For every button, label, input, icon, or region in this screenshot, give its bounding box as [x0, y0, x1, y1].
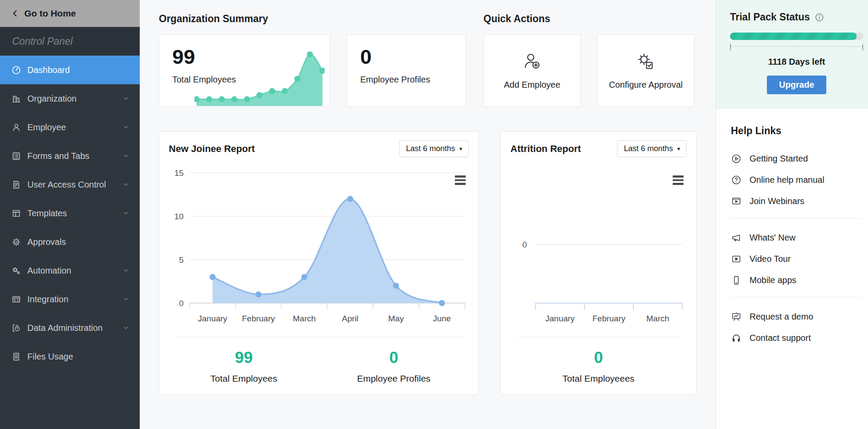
automation-gears-icon — [11, 266, 21, 275]
sidebar-item-label: User Access Control — [27, 180, 122, 190]
add-employee-button[interactable]: Add Employee — [483, 34, 581, 107]
trial-progress-bar — [730, 33, 863, 40]
new-joinee-chart-menu-icon[interactable] — [454, 174, 467, 186]
video-play-icon — [731, 254, 741, 264]
chevron-down-icon — [122, 124, 129, 131]
days-left-text: 1118 Days left — [730, 57, 863, 67]
sidebar-item-label: Forms and Tabs — [27, 151, 122, 161]
sidebar-item-approvals[interactable]: Approvals — [0, 228, 140, 256]
sidebar-item-data-administration[interactable]: Data Administration — [0, 314, 140, 342]
svg-text:0: 0 — [179, 299, 184, 308]
sidebar-item-dashboard[interactable]: Dashboard — [0, 56, 140, 84]
sidebar-item-label: Automation — [27, 266, 122, 276]
stat-label: Employee Profiles — [319, 373, 469, 384]
sidebar-item-label: Templates — [27, 208, 122, 218]
chevron-down-icon — [122, 267, 129, 274]
help-link-contact-support[interactable]: Contact support — [727, 327, 864, 349]
play-circle-icon — [731, 154, 741, 164]
webinar-window-icon — [731, 196, 741, 206]
total-employees-card[interactable]: 99 Total Employees — [159, 34, 330, 107]
svg-text:March: March — [646, 314, 669, 323]
trial-progress-fill — [730, 33, 857, 40]
employee-profiles-card[interactable]: 0 Employee Profiles — [347, 34, 466, 107]
sidebar-item-label: Dashboard — [27, 65, 129, 75]
go-to-home-button[interactable]: Go to Home — [0, 0, 140, 27]
attrition-chart-menu-icon[interactable] — [671, 174, 685, 186]
integration-code-window-icon — [11, 294, 21, 304]
help-link-video-tour[interactable]: Video Tour — [727, 248, 864, 270]
sidebar-nav: Dashboard Organization Employee Forms an… — [0, 56, 140, 371]
help-link-whats-new[interactable]: Whats' New — [727, 227, 864, 248]
headset-icon — [731, 333, 741, 343]
approvals-gear-check-icon — [11, 237, 21, 247]
configure-approval-button[interactable]: Configure Approval — [597, 34, 694, 107]
sidebar-item-label: Files Usage — [27, 352, 129, 362]
trial-pack-status-section: Trial Pack Status 1118 Days left Upgrade — [716, 0, 868, 109]
attrition-report-title: Attrition Report — [510, 143, 581, 155]
stat-label: Total Employees — [169, 373, 319, 384]
chevron-down-icon — [122, 296, 129, 303]
megaphone-icon — [731, 233, 741, 243]
sidebar-item-integration[interactable]: Integration — [0, 285, 140, 314]
sidebar-item-user-access-control[interactable]: User Access Control — [0, 170, 140, 199]
user-access-document-icon — [11, 180, 21, 189]
total-employees-label: Total Employees — [172, 75, 330, 85]
help-link-join-webinars[interactable]: Join Webinars — [727, 191, 864, 212]
add-employee-label: Add Employee — [504, 80, 560, 90]
attrition-report-card: Attrition Report Last 6 months ▾ 0Januar… — [500, 131, 697, 395]
help-link-online-help-manual[interactable]: Online help manual — [727, 169, 864, 191]
stat-value: 99 — [169, 349, 319, 367]
sidebar-item-employee[interactable]: Employee — [0, 113, 140, 142]
chevron-left-icon — [11, 10, 19, 17]
organization-summary-section: Organization Summary 99 Total Employees … — [159, 13, 466, 107]
upgrade-button[interactable]: Upgrade — [767, 76, 826, 94]
sidebar-item-forms-and-tabs[interactable]: Forms and Tabs — [0, 142, 140, 170]
organization-summary-title: Organization Summary — [159, 13, 466, 25]
trial-progress-ruler — [730, 44, 863, 50]
help-link-label: Getting Started — [750, 154, 808, 164]
attrition-chart: 0JanuaryFebruaryMarch — [510, 162, 687, 335]
quick-actions-section: Quick Actions Add Employee Configure App… — [483, 13, 694, 107]
svg-text:February: February — [592, 314, 626, 323]
organization-buildings-icon — [11, 94, 21, 103]
help-link-label: Online help manual — [750, 175, 824, 185]
chevron-down-icon — [122, 152, 129, 159]
sidebar-item-label: Employee — [27, 122, 122, 132]
new-joinee-chart: 051015JanuaryFebruaryMarchAprilMayJune — [169, 162, 468, 335]
configure-approval-label: Configure Approval — [609, 80, 683, 90]
configure-approval-icon — [635, 51, 656, 74]
svg-text:May: May — [388, 314, 404, 323]
sidebar-item-files-usage[interactable]: Files Usage — [0, 342, 140, 371]
stat-value: 0 — [319, 349, 469, 367]
sidebar-item-templates[interactable]: Templates — [0, 199, 140, 228]
quick-actions-title: Quick Actions — [483, 13, 694, 25]
svg-text:March: March — [293, 314, 316, 323]
help-link-request-a-demo[interactable]: Request a demo — [727, 306, 864, 327]
attrition-range-dropdown[interactable]: Last 6 months ▾ — [617, 140, 687, 157]
chevron-down-icon — [122, 95, 129, 102]
chevron-down-icon — [122, 181, 129, 188]
sidebar-item-label: Data Administration — [27, 323, 122, 333]
new-joinee-report-card: New Joinee Report Last 6 months ▾ 051015… — [159, 131, 479, 395]
help-link-mobile-apps[interactable]: Mobile apps — [727, 270, 864, 291]
help-link-getting-started[interactable]: Getting Started — [727, 148, 864, 169]
info-icon[interactable] — [815, 13, 824, 22]
forms-list-icon — [11, 151, 21, 161]
divider — [731, 297, 861, 297]
sidebar-item-automation[interactable]: Automation — [0, 256, 140, 285]
mobile-phone-icon — [731, 275, 741, 285]
dashboard-gauge-icon — [11, 65, 21, 75]
new-joinee-range-dropdown[interactable]: Last 6 months ▾ — [399, 140, 469, 157]
svg-text:June: June — [433, 314, 451, 323]
new-joinee-total-employees-stat: 99 Total Employees — [169, 337, 319, 384]
employee-profiles-value: 0 — [360, 45, 466, 69]
sidebar-item-organization[interactable]: Organization — [0, 84, 140, 113]
help-link-label: Contact support — [750, 333, 811, 343]
add-employee-icon — [522, 51, 542, 74]
app-root: Go to Home Control Panel Dashboard Organ… — [0, 0, 868, 429]
svg-text:April: April — [342, 314, 358, 323]
sidebar: Go to Home Control Panel Dashboard Organ… — [0, 0, 140, 429]
help-link-label: Mobile apps — [750, 275, 796, 285]
attrition-total-employees-stat: 0 Total Employeees — [510, 337, 687, 384]
svg-text:5: 5 — [179, 255, 184, 264]
